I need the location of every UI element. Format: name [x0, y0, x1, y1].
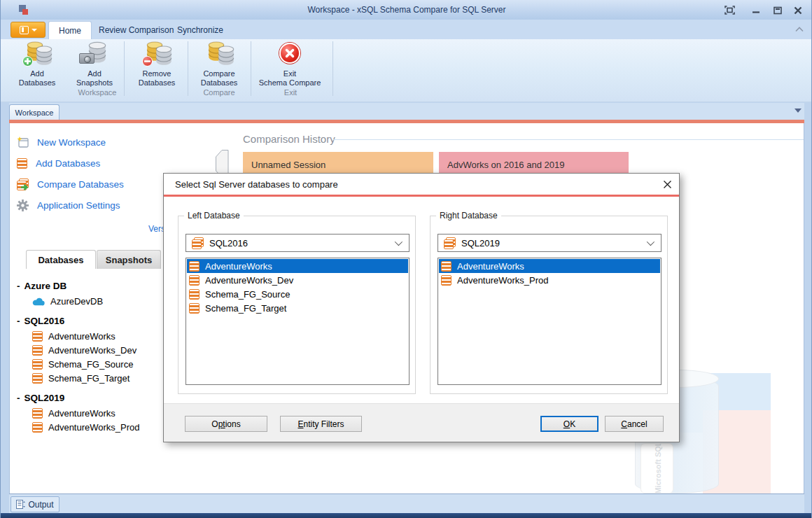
new-workspace-icon [17, 136, 29, 148]
list-item[interactable]: AdventureWorks_Prod [439, 273, 660, 287]
status-bar: Output [9, 493, 804, 513]
database-icon [189, 303, 200, 314]
database-icon [32, 359, 43, 370]
add-snapshots-icon [79, 41, 110, 68]
maximize-button[interactable] [769, 4, 787, 16]
left-server-combobox[interactable]: SQL2016 [186, 234, 410, 252]
collapse-glyph[interactable]: - [17, 281, 20, 291]
left-database-group: Left Database SQL2016 AdventureWorks Adv… [178, 216, 416, 394]
tab-list-chevron-icon[interactable] [794, 108, 802, 113]
tab-synchronize[interactable]: Synchronize [167, 21, 233, 39]
sql-box-watermark: Microsoft SQL [640, 443, 673, 493]
window-bottom-edge [1, 513, 812, 518]
comparison-history-title: Comparison History [243, 133, 335, 145]
output-icon [16, 500, 25, 509]
group-label-exit: Exit [255, 88, 326, 97]
gear-icon [17, 200, 29, 211]
window-title: Workspace - xSQL Schema Compare for SQL … [1, 5, 812, 15]
group-label-workspace: Workspace [62, 88, 132, 97]
list-item[interactable]: AdventureWorks_Dev [187, 273, 408, 287]
right-server-combobox[interactable]: SQL2019 [438, 234, 662, 252]
dialog-accent-line [164, 195, 679, 197]
add-databases-icon [22, 41, 52, 68]
plus-badge-icon [22, 56, 33, 66]
database-icon [32, 373, 43, 384]
output-panel-button[interactable]: Output [10, 496, 59, 512]
app-menu-icon [20, 26, 29, 34]
group-separator [332, 41, 333, 96]
workspace-document-tab[interactable]: Workspace [9, 104, 59, 120]
list-item[interactable]: AdventureWorks [187, 259, 408, 273]
list-item[interactable]: Schema_FG_Target [187, 301, 408, 315]
cancel-button[interactable]: Cancel [605, 416, 664, 432]
camera-icon [79, 53, 94, 64]
collapse-ribbon-icon[interactable] [792, 24, 807, 35]
database-icon [32, 331, 43, 342]
database-icon [32, 422, 43, 433]
dialog-footer: Options Entity Filters OK Cancel [164, 403, 679, 442]
close-icon[interactable] [657, 175, 678, 193]
group-label: Right Database [436, 211, 501, 220]
entity-filters-button[interactable]: Entity Filters [280, 416, 362, 432]
tab-snapshots[interactable]: Snapshots [97, 250, 161, 269]
minimize-button[interactable] [747, 4, 765, 16]
compare-databases-link-icon [17, 178, 29, 190]
database-icon [189, 275, 200, 286]
app-menu-button[interactable] [10, 22, 46, 38]
collapse-glyph[interactable]: - [17, 393, 20, 403]
new-workspace-link[interactable]: New Workspace [17, 132, 220, 153]
title-bar: Workspace - xSQL Schema Compare for SQL … [1, 0, 812, 20]
dialog-title: Select Sql Server databases to compare [164, 174, 679, 195]
right-database-group: Right Database SQL2019 AdventureWorks Ad… [430, 216, 668, 394]
tab-home[interactable]: Home [48, 21, 92, 39]
database-icon [441, 261, 451, 272]
database-icon [441, 275, 451, 286]
exit-icon [274, 41, 305, 68]
remove-databases-button[interactable]: RemoveDatabases [127, 41, 186, 99]
remove-databases-icon [141, 41, 172, 68]
database-icon [32, 345, 43, 356]
app-window: Workspace - xSQL Schema Compare for SQL … [0, 0, 812, 518]
chevron-down-icon [395, 238, 402, 246]
fullscreen-button[interactable] [720, 4, 738, 16]
divider [333, 139, 804, 140]
database-icon [17, 158, 27, 169]
collapse-glyph[interactable]: - [17, 316, 20, 326]
document-tab-strip: Workspace [9, 103, 804, 120]
add-databases-button[interactable]: AddDatabases [8, 41, 66, 99]
cloud-icon [32, 297, 45, 306]
compare-databases-icon [204, 41, 234, 68]
group-label: Left Database [184, 211, 244, 220]
chevron-down-icon [31, 29, 37, 31]
ok-button[interactable]: OK [540, 416, 598, 432]
server-icon [192, 237, 204, 248]
server-icon [444, 237, 456, 248]
select-databases-dialog: Select Sql Server databases to compare L… [163, 173, 680, 442]
options-button[interactable]: Options [185, 416, 267, 432]
ribbon-tab-row: Home Review Comparison Synchronize [1, 20, 812, 39]
minus-badge-icon [142, 56, 153, 66]
chevron-down-icon [647, 238, 654, 246]
add-databases-link[interactable]: Add Databases [17, 153, 220, 174]
left-database-list: AdventureWorks AdventureWorks_Dev Schema… [186, 258, 410, 385]
ribbon: AddDatabases AddSnapshots RemoveDatabase… [1, 39, 812, 102]
database-icon [189, 261, 200, 272]
right-database-list: AdventureWorks AdventureWorks_Prod [438, 258, 662, 385]
list-item[interactable]: AdventureWorks [439, 259, 660, 273]
database-icon [189, 289, 200, 300]
close-window-button[interactable] [789, 4, 807, 16]
list-item[interactable]: Schema_FG_Source [187, 287, 408, 301]
database-icon [32, 408, 43, 419]
tab-databases[interactable]: Databases [26, 250, 96, 269]
group-label-compare: Compare [184, 88, 254, 97]
